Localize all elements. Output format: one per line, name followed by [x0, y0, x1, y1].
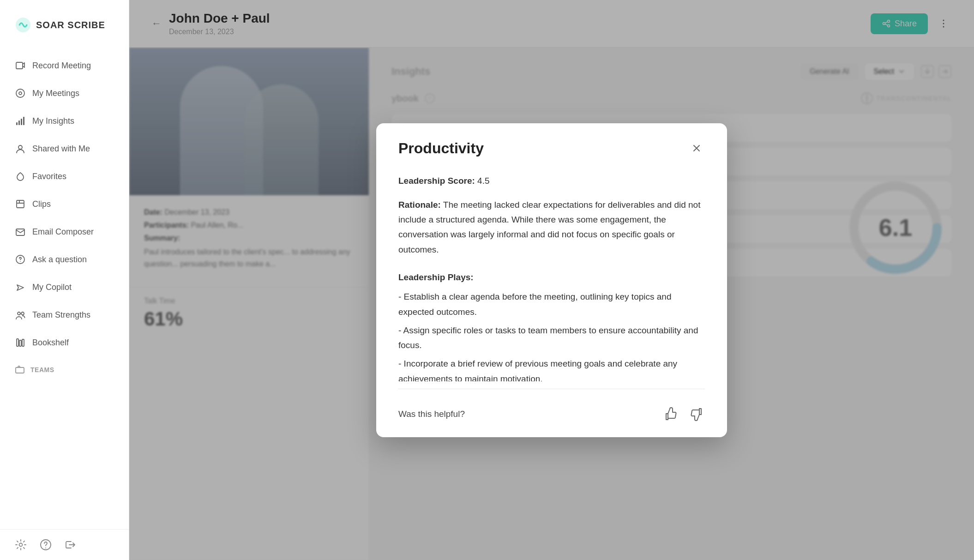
sidebar-item-label-copilot: My Copilot	[32, 283, 72, 292]
svg-rect-4	[16, 122, 18, 125]
app-container: SOAR SCRIBE Record Meeting	[0, 0, 974, 560]
settings-icon[interactable]	[15, 539, 27, 551]
sidebar-item-label-favorites: Favorites	[32, 172, 66, 181]
logo-icon	[15, 17, 31, 33]
record-icon	[15, 60, 26, 71]
sidebar-item-favorites[interactable]: Favorites	[0, 163, 129, 190]
modal-close-button[interactable]	[688, 140, 705, 157]
sidebar-nav: Record Meeting My Meetings	[0, 48, 129, 529]
ask-icon	[15, 254, 26, 265]
modal-header: Productivity	[376, 123, 727, 168]
email-icon	[15, 226, 26, 237]
logo-text: SOAR SCRIBE	[36, 20, 105, 30]
modal-backdrop[interactable]: Productivity Leadership Score: 4.5 Ratio…	[129, 0, 974, 560]
sidebar-item-email[interactable]: Email Composer	[0, 218, 129, 246]
modal-divider	[398, 389, 705, 389]
meetings-icon	[15, 88, 26, 99]
sidebar-footer	[0, 529, 129, 560]
sidebar: SOAR SCRIBE Record Meeting	[0, 0, 129, 560]
sidebar-item-label-insights: My Insights	[32, 116, 74, 126]
teams-section: TEAMS	[0, 356, 129, 379]
logo-area: SOAR SCRIBE	[0, 0, 129, 48]
leadership-score-line: Leadership Score: 4.5	[398, 174, 705, 188]
sidebar-item-label-ask: Ask a question	[32, 255, 87, 265]
shared-icon	[15, 143, 26, 154]
svg-point-21	[45, 548, 46, 548]
sidebar-item-label-record: Record Meeting	[32, 61, 91, 71]
sidebar-item-my-insights[interactable]: My Insights	[0, 107, 129, 135]
play-2: - Assign specific roles or tasks to team…	[398, 323, 705, 353]
svg-rect-6	[21, 119, 22, 125]
rationale-text: The meeting lacked clear expectations fo…	[398, 200, 700, 254]
sidebar-item-my-meetings[interactable]: My Meetings	[0, 79, 129, 107]
svg-rect-7	[23, 117, 24, 125]
sidebar-item-record-meeting[interactable]: Record Meeting	[0, 52, 129, 79]
sidebar-item-bookshelf[interactable]: Bookshelf	[0, 329, 129, 356]
leadership-plays-label: Leadership Plays:	[398, 270, 705, 285]
svg-point-2	[16, 89, 24, 97]
sidebar-item-label-clips: Clips	[32, 199, 51, 209]
svg-rect-18	[16, 367, 24, 373]
team-icon	[15, 309, 26, 320]
sidebar-item-label-team: Team Strengths	[32, 310, 90, 320]
help-icon[interactable]	[40, 539, 52, 551]
sidebar-item-ask[interactable]: Ask a question	[0, 246, 129, 273]
sidebar-item-label-shared: Shared with Me	[32, 144, 90, 154]
play-1: - Establish a clear agenda before the me…	[398, 289, 705, 319]
rationale-label: Rationale:	[398, 200, 441, 210]
logout-icon[interactable]	[65, 539, 77, 551]
modal-title: Productivity	[398, 140, 484, 157]
sidebar-item-copilot[interactable]: My Copilot	[0, 273, 129, 301]
sidebar-item-label-bookshelf: Bookshelf	[32, 338, 69, 348]
svg-rect-5	[18, 120, 20, 125]
thumbs-up-icon	[663, 407, 678, 422]
thumbs-down-button[interactable]	[688, 406, 705, 422]
leadership-score-label: Leadership Score:	[398, 176, 475, 186]
svg-rect-1	[16, 62, 23, 69]
helpful-text: Was this helpful?	[398, 409, 465, 419]
main-content: ← John Doe + Paul December 13, 2023 Shar…	[129, 0, 974, 560]
modal-footer: Was this helpful?	[376, 397, 727, 437]
thumbs-up-button[interactable]	[662, 406, 679, 422]
sidebar-item-label-email: Email Composer	[32, 227, 94, 237]
svg-point-8	[18, 145, 22, 149]
play-3: - Incorporate a brief review of previous…	[398, 356, 705, 381]
sidebar-item-clips[interactable]: Clips	[0, 190, 129, 218]
sidebar-item-label-meetings: My Meetings	[32, 89, 79, 98]
sidebar-item-shared[interactable]: Shared with Me	[0, 135, 129, 163]
svg-point-14	[21, 312, 24, 315]
svg-point-12	[20, 261, 21, 262]
close-icon	[691, 143, 702, 154]
sidebar-item-team[interactable]: Team Strengths	[0, 301, 129, 329]
modal-body: Leadership Score: 4.5 Rationale: The mee…	[376, 168, 727, 381]
productivity-modal: Productivity Leadership Score: 4.5 Ratio…	[376, 123, 727, 437]
feedback-icons	[662, 406, 705, 422]
teams-icon	[15, 365, 25, 375]
svg-point-3	[19, 92, 22, 95]
svg-rect-15	[17, 339, 18, 346]
svg-rect-16	[19, 340, 21, 346]
rationale-line: Rationale: The meeting lacked clear expe…	[398, 198, 705, 257]
favorites-icon	[15, 171, 26, 182]
bookshelf-icon	[15, 337, 26, 348]
svg-rect-9	[17, 200, 24, 208]
svg-point-19	[19, 543, 23, 547]
svg-point-13	[18, 312, 20, 315]
insights-icon	[15, 115, 26, 126]
copilot-icon	[15, 282, 26, 293]
svg-rect-17	[22, 339, 24, 346]
thumbs-down-icon	[689, 407, 704, 422]
clips-icon	[15, 199, 26, 210]
teams-label: TEAMS	[30, 366, 54, 373]
leadership-score-value: 4.5	[477, 176, 489, 186]
